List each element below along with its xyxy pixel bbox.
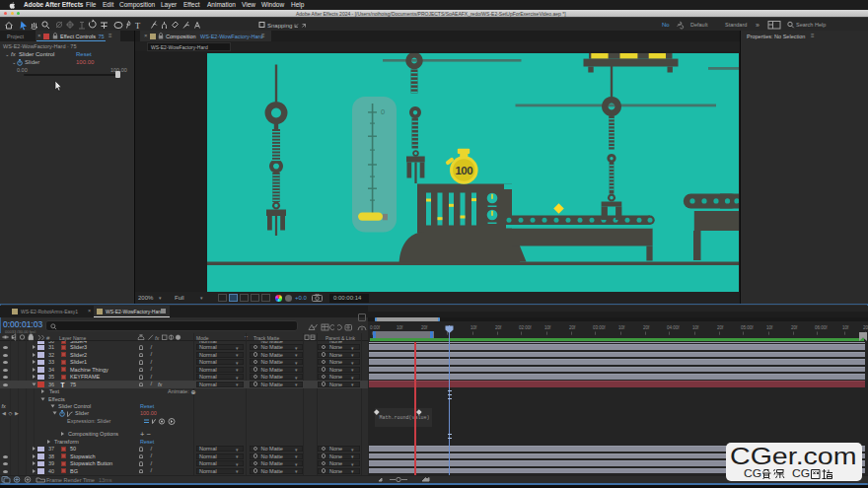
svg-text:20f: 20f [421, 325, 428, 330]
svg-text:20f: 20f [569, 325, 576, 330]
svg-text:10f: 10f [544, 325, 551, 330]
svg-text:Frame Render Time: Frame Render Time [46, 476, 95, 482]
svg-text:10f: 10f [842, 325, 849, 330]
svg-text:No: No [662, 22, 670, 28]
svg-text:T: T [135, 21, 141, 31]
svg-text:20f: 20f [717, 325, 724, 330]
svg-text:100: 100 [455, 165, 472, 176]
svg-text:0: 0 [381, 106, 385, 115]
svg-text:Standard: Standard [725, 22, 747, 28]
svg-text:04:00f: 04:00f [667, 325, 680, 330]
svg-text:20f: 20f [791, 325, 798, 330]
svg-text:0:00f: 0:00f [370, 325, 381, 330]
svg-text:10f: 10f [692, 325, 699, 330]
svg-text:20f: 20f [643, 325, 650, 330]
svg-text:02:00f: 02:00f [519, 325, 532, 330]
svg-text:03:00f: 03:00f [593, 325, 606, 330]
svg-text:20f: 20f [863, 325, 868, 330]
svg-text:06:00f: 06:00f [815, 325, 828, 330]
svg-text:»: » [756, 22, 760, 29]
svg-text:20f: 20f [495, 325, 502, 330]
svg-text:Snapping: Snapping [267, 23, 292, 29]
svg-text:10f: 10f [618, 325, 625, 330]
svg-text:10f: 10f [766, 325, 773, 330]
svg-text:13ms: 13ms [99, 476, 112, 482]
svg-text:05:00f: 05:00f [741, 325, 754, 330]
svg-text:10f: 10f [397, 325, 403, 330]
svg-text:10f: 10f [470, 325, 477, 330]
svg-text:Default: Default [690, 22, 708, 28]
svg-text:Search Help: Search Help [796, 22, 826, 28]
